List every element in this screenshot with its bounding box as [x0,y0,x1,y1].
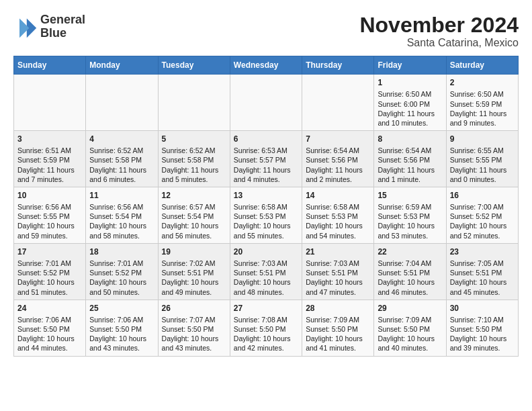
day-number: 10 [17,190,82,201]
day-info-line: Sunrise: 6:54 AM [378,146,442,155]
calendar-title: November 2024 [359,13,519,37]
day-info-line: Daylight: 11 hours and 0 minutes. [450,165,515,184]
day-number: 24 [17,303,82,314]
day-info-line: Daylight: 10 hours and 44 minutes. [17,334,82,353]
day-info-line: Daylight: 10 hours and 43 minutes. [89,334,154,353]
day-info-line: Daylight: 10 hours and 52 minutes. [450,221,515,240]
day-info-line: Sunset: 5:50 PM [306,324,370,334]
day-info-line: Sunrise: 6:50 AM [450,89,515,99]
logo: General Blue [13,13,85,40]
day-info-line: Daylight: 10 hours and 56 minutes. [162,221,226,240]
day-number: 17 [17,246,82,257]
day-info-line: Daylight: 11 hours and 9 minutes. [450,109,515,128]
day-info-line: Sunset: 5:59 PM [450,99,515,109]
day-number: 26 [162,303,226,314]
day-number: 8 [378,134,442,144]
day-info-line: Sunrise: 6:56 AM [89,202,154,212]
week-row-1: 1Sunrise: 6:50 AMSunset: 6:00 PMDaylight… [14,75,519,131]
day-number: 14 [306,190,370,201]
header-day-sunday: Sunday [14,56,86,75]
calendar-cell: 8Sunrise: 6:54 AMSunset: 5:56 PMDaylight… [374,131,446,187]
day-info-line: Daylight: 11 hours and 2 minutes. [306,165,370,184]
day-info-line: Sunrise: 7:03 AM [306,259,370,268]
header-day-thursday: Thursday [302,56,374,75]
day-info-line: Sunrise: 7:09 AM [378,315,442,324]
day-info-line: Daylight: 10 hours and 59 minutes. [17,221,82,240]
calendar-cell: 18Sunrise: 7:01 AMSunset: 5:52 PMDayligh… [86,243,158,300]
calendar-cell: 27Sunrise: 7:08 AMSunset: 5:50 PMDayligh… [230,300,302,356]
calendar-cell: 20Sunrise: 7:03 AMSunset: 5:51 PMDayligh… [230,243,302,300]
day-info-line: Sunrise: 6:51 AM [17,146,82,155]
calendar-body: 1Sunrise: 6:50 AMSunset: 6:00 PMDaylight… [14,75,519,356]
day-number: 23 [450,246,515,257]
day-number: 11 [89,190,154,201]
day-info-line: Sunset: 5:55 PM [450,155,515,165]
day-info-line: Sunset: 5:52 PM [17,268,82,277]
day-info-line: Sunrise: 6:53 AM [234,146,298,155]
header-row: SundayMondayTuesdayWednesdayThursdayFrid… [14,56,519,75]
day-info-line: Sunset: 5:51 PM [162,268,226,277]
calendar-cell: 13Sunrise: 6:58 AMSunset: 5:53 PMDayligh… [230,187,302,243]
day-number: 5 [162,134,226,144]
day-info-line: Sunset: 5:53 PM [378,212,442,221]
day-info-line: Sunset: 5:54 PM [89,212,154,221]
logo-line2: Blue [40,27,85,40]
calendar-cell: 4Sunrise: 6:52 AMSunset: 5:58 PMDaylight… [86,131,158,187]
day-info-line: Sunset: 5:54 PM [162,212,226,221]
day-info-line: Daylight: 10 hours and 46 minutes. [378,277,442,296]
day-info-line: Sunset: 5:58 PM [162,155,226,165]
day-info-line: Daylight: 10 hours and 39 minutes. [450,334,515,353]
day-info-line: Sunrise: 7:00 AM [450,202,515,212]
day-info-line: Daylight: 10 hours and 42 minutes. [234,334,298,353]
day-info-line: Sunrise: 7:05 AM [450,259,515,268]
header-day-monday: Monday [86,56,158,75]
week-row-5: 24Sunrise: 7:06 AMSunset: 5:50 PMDayligh… [14,300,519,356]
calendar-cell: 7Sunrise: 6:54 AMSunset: 5:56 PMDaylight… [302,131,374,187]
day-info-line: Sunrise: 7:03 AM [234,259,298,268]
calendar-cell: 10Sunrise: 6:56 AMSunset: 5:55 PMDayligh… [14,187,86,243]
day-info-line: Sunrise: 7:06 AM [89,315,154,324]
day-info-line: Daylight: 11 hours and 7 minutes. [17,165,82,184]
day-info-line: Sunrise: 7:10 AM [450,315,515,324]
day-info-line: Daylight: 10 hours and 53 minutes. [378,221,442,240]
calendar-cell: 26Sunrise: 7:07 AMSunset: 5:50 PMDayligh… [158,300,230,356]
day-info-line: Sunset: 6:00 PM [378,99,442,109]
calendar-cell: 23Sunrise: 7:05 AMSunset: 5:51 PMDayligh… [446,243,518,300]
day-number: 3 [17,134,82,144]
calendar-cell: 25Sunrise: 7:06 AMSunset: 5:50 PMDayligh… [86,300,158,356]
day-info-line: Sunrise: 6:56 AM [17,202,82,212]
calendar-cell: 12Sunrise: 6:57 AMSunset: 5:54 PMDayligh… [158,187,230,243]
calendar-subtitle: Santa Catarina, Mexico [359,37,519,49]
day-info-line: Daylight: 11 hours and 1 minute. [378,165,442,184]
calendar-cell: 14Sunrise: 6:58 AMSunset: 5:53 PMDayligh… [302,187,374,243]
day-info-line: Sunrise: 7:01 AM [89,259,154,268]
day-number: 21 [306,246,370,257]
day-info-line: Sunset: 5:50 PM [234,324,298,334]
day-info-line: Daylight: 10 hours and 55 minutes. [234,221,298,240]
day-number: 28 [306,303,370,314]
day-info-line: Daylight: 10 hours and 41 minutes. [306,334,370,353]
day-info-line: Sunset: 5:56 PM [306,155,370,165]
calendar-table: SundayMondayTuesdayWednesdayThursdayFrid… [13,56,519,356]
day-info-line: Sunrise: 6:52 AM [162,146,226,155]
calendar-cell: 22Sunrise: 7:04 AMSunset: 5:51 PMDayligh… [374,243,446,300]
day-number: 7 [306,134,370,144]
calendar-cell [14,75,86,131]
day-number: 25 [89,303,154,314]
header-day-friday: Friday [374,56,446,75]
calendar-cell: 5Sunrise: 6:52 AMSunset: 5:58 PMDaylight… [158,131,230,187]
day-info-line: Daylight: 10 hours and 54 minutes. [306,221,370,240]
day-number: 4 [89,134,154,144]
calendar-cell: 21Sunrise: 7:03 AMSunset: 5:51 PMDayligh… [302,243,374,300]
day-info-line: Sunrise: 7:08 AM [234,315,298,324]
day-info-line: Daylight: 10 hours and 48 minutes. [234,277,298,296]
day-info-line: Sunset: 5:57 PM [234,155,298,165]
day-info-line: Daylight: 10 hours and 51 minutes. [17,277,82,296]
day-info-line: Sunrise: 6:55 AM [450,146,515,155]
day-info-line: Daylight: 11 hours and 10 minutes. [378,109,442,128]
calendar-cell: 6Sunrise: 6:53 AMSunset: 5:57 PMDaylight… [230,131,302,187]
week-row-4: 17Sunrise: 7:01 AMSunset: 5:52 PMDayligh… [14,243,519,300]
day-info-line: Sunset: 5:56 PM [378,155,442,165]
day-info-line: Daylight: 11 hours and 6 minutes. [89,165,154,184]
day-info-line: Sunset: 5:52 PM [450,212,515,221]
